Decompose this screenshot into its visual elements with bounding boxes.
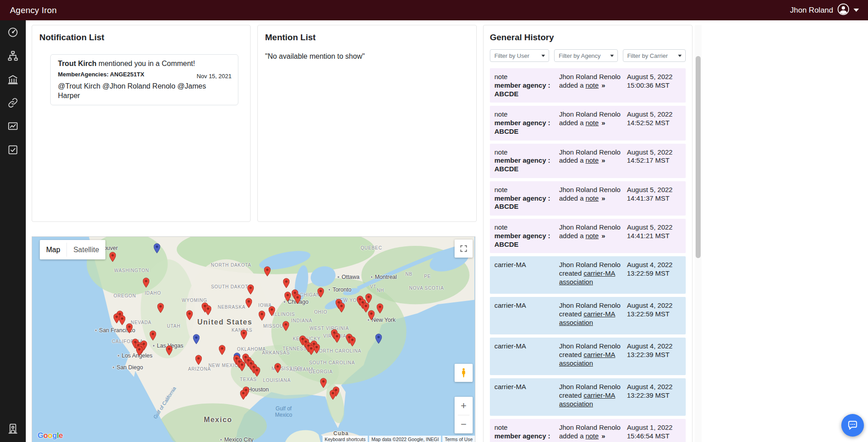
map-marker-red[interactable] [269, 306, 275, 316]
sidebar-item-kiosk[interactable] [0, 417, 26, 440]
history-entry[interactable]: note member agency : ABCDE Jhon Roland R… [490, 419, 686, 442]
double-chevron-icon: » [600, 432, 605, 440]
map-marker-red[interactable] [109, 252, 116, 262]
zoom-in-button[interactable]: + [455, 397, 473, 415]
map-marker-red[interactable] [294, 294, 301, 304]
sidebar-item-structure[interactable] [0, 44, 26, 67]
notification-item[interactable]: Trout Kirch mentioned you in a Comment! … [50, 54, 238, 105]
map-marker-red[interactable] [285, 292, 291, 302]
entry-agency-code: ABCDE [494, 90, 559, 99]
history-entry[interactable]: carrier-MA Jhon Roland Renolo created ca… [490, 297, 686, 334]
map-marker-red[interactable] [195, 355, 202, 365]
history-scrollbar-track[interactable] [695, 25, 702, 442]
satellite-button[interactable]: Satellite [67, 240, 105, 259]
entry-time: 14:41:21 MST [627, 232, 681, 240]
entry-type: note [494, 73, 559, 81]
map-marker-red[interactable] [241, 329, 247, 340]
sidebar-item-reports[interactable] [0, 114, 26, 138]
sidebar-item-tasks[interactable] [0, 138, 26, 161]
map-marker-red[interactable] [157, 303, 164, 313]
map-marker-red[interactable] [254, 367, 261, 377]
terms-of-use-link[interactable]: Terms of Use [442, 436, 475, 442]
sidebar-item-dashboard[interactable] [0, 20, 26, 44]
sidebar-item-associations[interactable] [0, 91, 26, 114]
entry-type: note [494, 110, 559, 119]
map-marker-red[interactable] [283, 321, 289, 331]
fullscreen-button[interactable] [455, 240, 473, 258]
map-marker-red[interactable] [247, 284, 254, 295]
entry-date: August 4, 2022 [627, 261, 681, 269]
keyboard-shortcuts-button[interactable]: Keyboard shortcuts [323, 436, 368, 442]
google-logo[interactable]: Google [38, 431, 63, 440]
map-type-control: Map Satellite [40, 240, 105, 259]
entry-action-link[interactable]: note [585, 119, 598, 127]
map-marker-red[interactable] [246, 298, 252, 308]
map-marker-red[interactable] [368, 310, 375, 320]
map-marker-red[interactable] [308, 345, 315, 355]
map-marker-red[interactable] [150, 330, 157, 341]
map-marker-blue[interactable] [375, 334, 382, 344]
map-marker-blue[interactable] [154, 243, 161, 254]
history-entry[interactable]: note member agency : ABCDE Jhon Roland R… [490, 181, 686, 216]
map-marker-red[interactable] [239, 361, 246, 371]
map-marker-blue[interactable] [193, 334, 200, 344]
filter-carrier-select[interactable]: Filter by Carrier [623, 49, 686, 62]
map-marker-red[interactable] [219, 345, 226, 355]
pegman-icon [460, 367, 467, 379]
history-entry[interactable]: note member agency : ABCDE Jhon Roland R… [490, 144, 686, 178]
map-marker-red[interactable] [119, 315, 126, 325]
map-marker-red[interactable] [186, 310, 193, 320]
entry-action-link[interactable]: note [585, 232, 598, 240]
notification-list-title: Notification List [39, 33, 243, 42]
user-menu[interactable]: Jhon Roland [790, 3, 859, 17]
chat-fab-button[interactable] [841, 414, 864, 437]
map-marker-red[interactable] [240, 390, 247, 400]
entry-action: added a [559, 156, 585, 164]
map-marker-red[interactable] [259, 310, 266, 321]
map-marker-red[interactable] [334, 333, 341, 343]
entry-action: added a [559, 432, 585, 440]
map-marker-red[interactable] [377, 303, 384, 314]
history-entry[interactable]: note member agency : ABCDE Jhon Roland R… [490, 219, 686, 253]
sidebar-item-agencies[interactable] [0, 67, 26, 91]
notification-message: mentioned you in a Comment! [99, 60, 195, 67]
history-scrollbar-thumb[interactable] [696, 56, 701, 258]
street-view-pegman-button[interactable] [455, 364, 473, 382]
fullscreen-icon [460, 245, 468, 253]
map-marker-red[interactable] [320, 378, 327, 388]
entry-date: August 4, 2022 [627, 383, 681, 391]
history-entry[interactable]: carrier-MA Jhon Roland Renolo created ca… [490, 338, 686, 375]
entry-user: Jhon Roland Renolo [559, 223, 621, 231]
map-marker-red[interactable] [143, 277, 150, 288]
map-marker-red[interactable] [338, 302, 345, 313]
map-marker-red[interactable] [166, 345, 173, 356]
map-marker-red[interactable] [275, 363, 281, 373]
entry-action-link[interactable]: note [585, 156, 598, 164]
zoom-out-button[interactable]: − [455, 415, 473, 433]
entry-action-link[interactable]: note [585, 432, 598, 440]
filter-agency-select[interactable]: Filter by Agency [554, 49, 617, 62]
entry-date: August 5, 2022 [627, 148, 681, 157]
filter-user-select[interactable]: Filter by User [490, 49, 549, 62]
map-marker-red[interactable] [330, 390, 337, 400]
map-marker-red[interactable] [283, 278, 290, 288]
map-marker-red[interactable] [318, 287, 324, 298]
entry-type: note [494, 186, 559, 194]
map-button[interactable]: Map [40, 240, 66, 259]
history-entry[interactable]: carrier-MA Jhon Roland Renolo created ca… [490, 378, 686, 416]
entry-action-link[interactable]: note [585, 194, 598, 202]
map-attribution: Keyboard shortcuts Map data ©2022 Google… [323, 436, 475, 442]
map-marker-red[interactable] [264, 266, 271, 277]
history-entry[interactable]: carrier-MA Jhon Roland Renolo created ca… [490, 256, 686, 294]
map-marker-red[interactable] [126, 323, 133, 334]
entry-agency-code: ABCDE [494, 127, 559, 136]
entry-type: note [494, 148, 559, 157]
map-marker-red[interactable] [205, 305, 212, 315]
chart-icon [7, 121, 19, 132]
map-marker-red[interactable] [136, 346, 143, 356]
map-marker-red[interactable] [349, 336, 356, 347]
history-entry[interactable]: note member agency : ABCDE Jhon Roland R… [490, 106, 686, 140]
history-entry[interactable]: note member agency : ABCDE Jhon Roland R… [490, 68, 686, 103]
map-canvas[interactable]: Map Satellite + − Google Keyboard shortc… [32, 236, 475, 442]
entry-action-link[interactable]: note [585, 81, 598, 89]
